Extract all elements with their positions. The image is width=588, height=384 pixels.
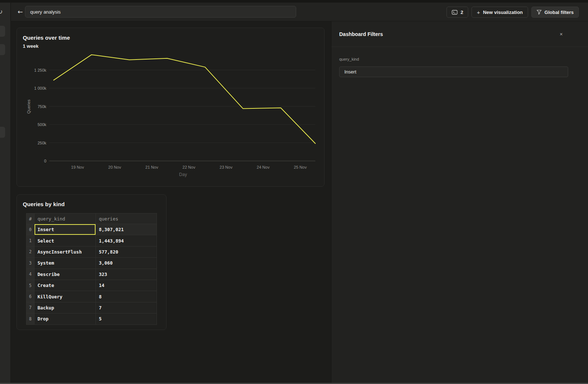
row-index-cell[interactable]: 0 [26, 224, 35, 235]
filter-value-input[interactable] [339, 67, 568, 77]
table-row: 5Create14 [26, 280, 157, 291]
close-panel-button[interactable]: × [557, 30, 565, 38]
funnel-icon [537, 10, 542, 15]
query-kind-cell[interactable]: AsyncInsertFlush [35, 246, 96, 257]
left-sidebar: ↻ [0, 3, 11, 383]
queries-count-cell[interactable]: 1,443,894 [96, 235, 157, 246]
sidebar-item-selected[interactable] [0, 26, 5, 37]
table-row: 4Describe323 [26, 269, 157, 280]
topbar-actions: 2 + New visualization Global filters [447, 7, 579, 18]
window-top-strip [0, 0, 588, 3]
x-tick-label: 24 Nov [248, 165, 278, 169]
dashboard-canvas: Queries over time 1 week 0250k500k750k1 … [11, 21, 331, 383]
back-button[interactable]: ← [15, 6, 26, 17]
y-tick-label: 1 000k [17, 86, 46, 90]
y-axis-label: Queries [26, 99, 31, 114]
x-tick-label: 23 Nov [211, 165, 241, 169]
column-header-query-kind[interactable]: query_kind [35, 213, 96, 224]
row-index-cell[interactable]: 6 [26, 291, 35, 302]
table-card: Queries by kind # query_kind queries 0In… [17, 194, 166, 330]
query-kind-cell[interactable]: System [35, 258, 96, 269]
table-body: 0Insert8,307,0211Select1,443,8942AsyncIn… [26, 224, 157, 325]
query-kind-cell[interactable]: Create [35, 280, 96, 291]
table-header-row: # query_kind queries [26, 213, 157, 224]
plus-icon: + [477, 9, 480, 15]
chart-title: Queries over time [23, 35, 70, 41]
refresh-icon[interactable]: ↻ [0, 8, 3, 15]
table-row: 7Backup7 [26, 302, 157, 313]
queries-count-cell[interactable]: 5 [96, 313, 157, 324]
chart-card: Queries over time 1 week 0250k500k750k1 … [17, 28, 325, 187]
console-icon [452, 10, 458, 15]
new-visualization-label: New visualization [483, 10, 523, 15]
table-row: 6KillQuery8 [26, 291, 157, 302]
top-bar: ← 2 + New visualization Global filters [11, 3, 588, 21]
panel-header: Dashboard Filters × [331, 21, 588, 47]
y-tick-label: 250k [17, 141, 46, 145]
row-index-cell[interactable]: 5 [26, 280, 35, 291]
dashboard-filters-panel: Dashboard Filters × query_kind [331, 21, 588, 383]
y-tick-label: 500k [17, 122, 46, 127]
row-index-cell[interactable]: 2 [26, 246, 35, 257]
console-count: 2 [460, 10, 463, 15]
new-visualization-button[interactable]: + New visualization [472, 7, 528, 18]
query-kind-cell[interactable]: Select [35, 235, 96, 246]
results-table: # query_kind queries 0Insert8,307,0211Se… [26, 213, 157, 325]
filter-field-label: query_kind [339, 57, 359, 61]
row-index-cell[interactable]: 1 [26, 235, 35, 246]
query-kind-cell[interactable]: Insert [35, 224, 96, 235]
dashboard-title-input[interactable] [25, 6, 296, 18]
panel-title: Dashboard Filters [339, 31, 383, 37]
query-kind-cell[interactable]: Backup [35, 302, 96, 313]
table-title: Queries by kind [23, 201, 65, 207]
table-row: 3System3,060 [26, 258, 157, 269]
row-index-cell[interactable]: 3 [26, 258, 35, 269]
x-tick-label: 19 Nov [63, 165, 92, 169]
sidebar-item[interactable] [0, 44, 5, 55]
sidebar-item[interactable] [0, 127, 5, 138]
y-tick-label: 1 250k [17, 68, 46, 72]
table-row: 8Drop5 [26, 313, 157, 324]
query-kind-cell[interactable]: Describe [35, 269, 96, 280]
close-icon: × [560, 31, 563, 37]
row-index-cell[interactable]: 4 [26, 269, 35, 280]
queries-count-cell[interactable]: 14 [96, 280, 157, 291]
query-kind-cell[interactable]: Drop [35, 313, 96, 324]
line-chart[interactable]: 0250k500k750k1 000k1 250k 19 Nov20 Nov21… [49, 52, 315, 161]
back-arrow-icon: ← [18, 8, 23, 15]
chart-svg [49, 52, 315, 161]
queries-count-cell[interactable]: 8 [96, 291, 157, 302]
x-tick-label: 21 Nov [137, 165, 166, 169]
global-filters-label: Global filters [545, 10, 574, 15]
queries-count-cell[interactable]: 8,307,021 [96, 224, 157, 235]
column-header-index[interactable]: # [26, 213, 35, 224]
queries-count-cell[interactable]: 3,060 [96, 258, 157, 269]
column-header-queries[interactable]: queries [96, 213, 157, 224]
sql-console-button[interactable]: 2 [447, 7, 468, 18]
x-tick-label: 22 Nov [174, 165, 204, 169]
table-row: 1Select1,443,894 [26, 235, 157, 246]
row-index-cell[interactable]: 7 [26, 302, 35, 313]
y-tick-label: 0 [17, 159, 46, 163]
x-tick-label: 20 Nov [100, 165, 129, 169]
y-tick-label: 750k [17, 104, 46, 109]
x-axis-label: Day [168, 172, 198, 177]
chart-subtitle: 1 week [23, 43, 39, 49]
queries-count-cell[interactable]: 7 [96, 302, 157, 313]
app-root: ↻ ← 2 + New visualization [0, 0, 588, 384]
table-row: 0Insert8,307,021 [26, 224, 157, 235]
global-filters-button[interactable]: Global filters [531, 7, 579, 18]
query-kind-cell[interactable]: KillQuery [35, 291, 96, 302]
row-index-cell[interactable]: 8 [26, 313, 35, 324]
queries-count-cell[interactable]: 323 [96, 269, 157, 280]
table-row: 2AsyncInsertFlush577,820 [26, 246, 157, 257]
queries-count-cell[interactable]: 577,820 [96, 246, 157, 257]
x-tick-label: 25 Nov [286, 165, 315, 169]
